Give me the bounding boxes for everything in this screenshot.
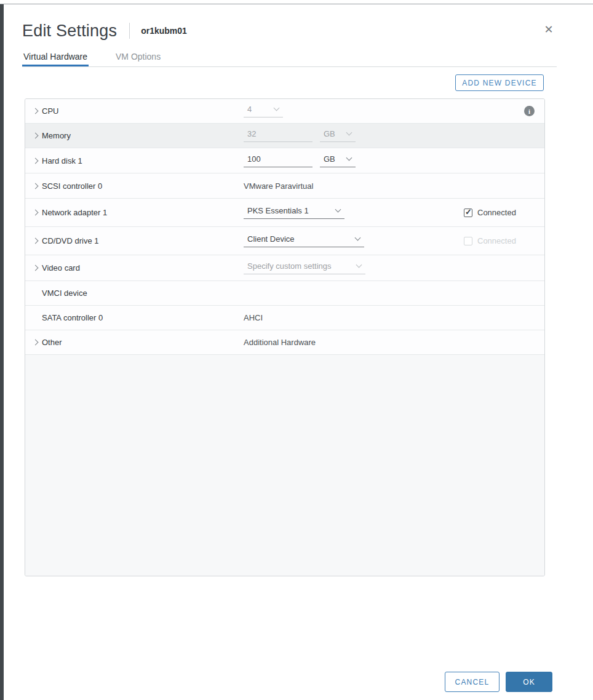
row-scsi-controller-0: SCSI controller 0 VMware Paravirtual — [25, 173, 544, 199]
row-vmci-device: VMCI device — [25, 281, 544, 306]
expand-chevron-icon[interactable] — [33, 340, 39, 346]
memory-size-input[interactable]: 32 — [244, 129, 312, 142]
title-divider — [129, 23, 130, 39]
row-network-adapter-1: Network adapter 1 PKS Essentials 1 Conne… — [25, 199, 544, 227]
memory-unit-select[interactable]: GB — [320, 129, 356, 142]
row-label: Other — [42, 338, 62, 347]
row-hard-disk-1: Hard disk 1 100 GB — [25, 148, 544, 173]
row-cd-dvd-drive-1: CD/DVD drive 1 Client Device Connected — [25, 227, 544, 255]
row-label: Memory — [42, 131, 71, 140]
dialog-header: Edit Settings or1kubm01 — [22, 18, 187, 43]
row-memory: Memory 32 GB — [25, 124, 544, 148]
row-label: SATA controller 0 — [42, 313, 103, 322]
cd-connected-checkbox: Connected — [464, 236, 516, 245]
row-label: Hard disk 1 — [42, 156, 82, 165]
chevron-down-icon — [274, 105, 280, 111]
expand-chevron-icon[interactable] — [33, 157, 39, 164]
cd-dvd-select[interactable]: Client Device — [244, 234, 364, 247]
row-label: SCSI controller 0 — [42, 181, 102, 191]
info-icon[interactable]: i — [524, 106, 535, 116]
expand-chevron-icon[interactable] — [33, 108, 39, 114]
network-select[interactable]: PKS Essentials 1 — [244, 206, 344, 219]
row-cpu: CPU 4 i — [25, 99, 544, 124]
ok-button[interactable]: OK — [506, 672, 552, 692]
add-new-device-button[interactable]: ADD NEW DEVICE — [455, 74, 544, 91]
cpu-count-select[interactable]: 4 — [244, 105, 283, 117]
sata-controller-type: AHCI — [244, 313, 263, 322]
video-settings-select[interactable]: Specify custom settings — [244, 261, 365, 274]
row-label: CPU — [42, 106, 58, 116]
page-title: Edit Settings — [22, 22, 117, 41]
background-app-strip — [0, 4, 4, 700]
edit-settings-dialog: Edit Settings or1kubm01 ✕ Virtual Hardwa… — [0, 0, 593, 700]
hardware-list: CPU 4 i Memory 32 GB — [25, 98, 545, 576]
dialog-footer: CANCEL OK — [0, 672, 552, 693]
cancel-button[interactable]: CANCEL — [445, 672, 499, 692]
network-connected-checkbox[interactable]: Connected — [464, 208, 516, 217]
row-label: CD/DVD drive 1 — [42, 236, 98, 245]
chevron-down-icon — [335, 207, 341, 213]
close-icon[interactable]: ✕ — [541, 22, 556, 37]
expand-chevron-icon[interactable] — [33, 238, 39, 244]
chevron-down-icon — [355, 235, 361, 241]
panel-empty-area — [25, 355, 544, 576]
row-label: VMCI device — [42, 288, 87, 298]
chevron-down-icon — [346, 154, 352, 161]
checkbox-checked-icon — [464, 209, 472, 217]
chevron-down-icon — [346, 130, 352, 136]
modal-top-border — [0, 4, 593, 4]
expand-chevron-icon[interactable] — [33, 133, 39, 139]
row-label: Network adapter 1 — [42, 208, 107, 217]
scsi-controller-type: VMware Paravirtual — [244, 181, 313, 191]
other-hardware-text: Additional Hardware — [244, 338, 316, 347]
row-label: Video card — [42, 263, 80, 272]
row-other: Other Additional Hardware — [25, 330, 544, 355]
disk-size-input[interactable]: 100 — [244, 154, 312, 167]
disk-unit-select[interactable]: GB — [320, 154, 356, 167]
checkbox-unchecked-icon — [464, 237, 472, 245]
row-video-card: Video card Specify custom settings — [25, 255, 544, 281]
chevron-down-icon — [356, 262, 362, 268]
vm-name: or1kubm01 — [141, 26, 187, 36]
tab-vm-options[interactable]: VM Options — [114, 49, 162, 66]
expand-chevron-icon[interactable] — [33, 265, 39, 271]
tab-virtual-hardware[interactable]: Virtual Hardware — [22, 49, 89, 66]
expand-chevron-icon[interactable] — [33, 210, 39, 216]
row-sata-controller-0: SATA controller 0 AHCI — [25, 306, 544, 330]
expand-chevron-icon[interactable] — [33, 183, 39, 189]
tab-bar: Virtual Hardware VM Options — [22, 49, 557, 67]
